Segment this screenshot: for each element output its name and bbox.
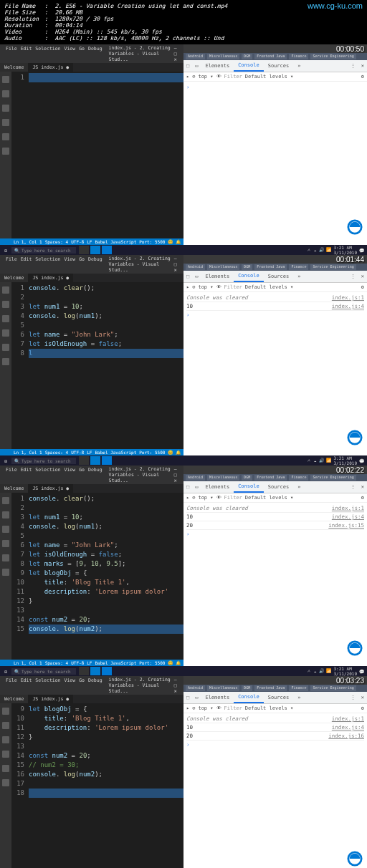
system-tray[interactable]: ㅅ ☁ 🔊 📶3:21 AM3/11/2019💬 bbox=[304, 455, 367, 466]
source-link[interactable]: index.js:1 bbox=[332, 715, 364, 722]
window-controls[interactable]: — □ ✕ bbox=[174, 466, 181, 483]
activity-icon[interactable] bbox=[2, 301, 9, 309]
tab-elements[interactable]: Elements bbox=[201, 693, 234, 703]
tab-welcome[interactable]: Welcome bbox=[0, 484, 28, 493]
code-line[interactable]: 14const num2 = 20; bbox=[11, 751, 184, 761]
task-icon[interactable] bbox=[102, 456, 112, 465]
code-line[interactable]: 11 description: 'Lorem ipsum dolor' bbox=[11, 587, 184, 597]
menu-selection[interactable]: Selection bbox=[35, 46, 60, 52]
levels-selector[interactable]: Default levels ▾ bbox=[245, 284, 293, 290]
gear-icon[interactable]: ⚙ bbox=[361, 74, 364, 79]
console-prompt[interactable]: › bbox=[186, 531, 190, 537]
code-line[interactable]: 1console. clear(); bbox=[11, 494, 184, 503]
context-selector[interactable]: top ▾ bbox=[198, 495, 213, 501]
sidebar-toggle-icon[interactable]: ▸ bbox=[186, 74, 189, 79]
code-line[interactable]: 7let isOldEnough = false; bbox=[11, 550, 184, 559]
tab-elements[interactable]: Elements bbox=[201, 271, 234, 281]
code-line[interactable]: 6let name = "John Lark"; bbox=[11, 330, 184, 339]
menu-edit[interactable]: Edit bbox=[21, 256, 32, 262]
activity-icon[interactable] bbox=[2, 722, 9, 730]
source-link[interactable]: index.js:4 bbox=[332, 513, 364, 520]
gear-icon[interactable]: ⚙ bbox=[361, 705, 364, 711]
activity-icon[interactable] bbox=[2, 540, 9, 549]
code-line[interactable]: 18 bbox=[11, 789, 184, 798]
bookmark[interactable]: DGM bbox=[242, 475, 252, 481]
code-line[interactable]: 13 bbox=[11, 606, 184, 615]
tab-console[interactable]: Console bbox=[234, 481, 264, 493]
tab-indexjs[interactable]: JS index.js ● bbox=[28, 63, 73, 72]
gear-icon[interactable]: ⚙ bbox=[361, 284, 364, 290]
tabs-more[interactable]: » bbox=[293, 271, 305, 281]
tab-welcome[interactable]: Welcome bbox=[0, 695, 28, 703]
tab-sources[interactable]: Sources bbox=[264, 693, 294, 703]
task-icon[interactable] bbox=[79, 667, 89, 675]
close-icon[interactable]: ✕ bbox=[358, 271, 367, 281]
menu-file[interactable]: File bbox=[6, 467, 17, 473]
console-output[interactable]: › bbox=[184, 82, 367, 245]
activity-icon[interactable] bbox=[2, 119, 9, 127]
activity-icon[interactable] bbox=[2, 765, 9, 773]
start-button[interactable]: ⊞ bbox=[0, 248, 11, 253]
tab-sources[interactable]: Sources bbox=[264, 61, 294, 71]
devtools-menu-icon[interactable]: ⋮ bbox=[348, 693, 358, 703]
menu-view[interactable]: View bbox=[65, 46, 76, 52]
code-line[interactable]: 1 bbox=[11, 73, 184, 82]
code-editor[interactable]: 1console. clear();23let num1 = 10;4conso… bbox=[11, 493, 184, 660]
tabs-more[interactable]: » bbox=[293, 693, 305, 703]
context-selector[interactable]: top ▾ bbox=[198, 284, 213, 290]
activity-icon[interactable] bbox=[2, 358, 9, 367]
window-controls[interactable]: — □ ✕ bbox=[174, 677, 181, 694]
window-controls[interactable]: — □ ✕ bbox=[174, 45, 181, 62]
start-button[interactable]: ⊞ bbox=[0, 669, 11, 674]
code-line[interactable]: 12} bbox=[11, 597, 184, 606]
bookmark[interactable]: DGM bbox=[242, 264, 252, 270]
tab-elements[interactable]: Elements bbox=[201, 482, 234, 492]
window-controls[interactable]: — □ ✕ bbox=[174, 256, 181, 273]
bookmark[interactable]: Miscellaneous bbox=[207, 685, 239, 691]
code-line[interactable]: 15// num2 = 30; bbox=[11, 761, 184, 770]
menu-go[interactable]: Go bbox=[79, 467, 85, 473]
activity-icon[interactable] bbox=[2, 497, 9, 506]
inspect-icon[interactable]: ⬚ bbox=[184, 271, 192, 281]
menu-debug[interactable]: Debug bbox=[88, 677, 103, 683]
tab-console[interactable]: Console bbox=[234, 60, 264, 72]
source-link[interactable]: index.js:4 bbox=[332, 724, 364, 730]
bookmark[interactable]: Finance bbox=[289, 685, 308, 691]
code-line[interactable]: 12} bbox=[11, 733, 184, 742]
levels-selector[interactable]: Default levels ▾ bbox=[245, 495, 293, 501]
activity-icon[interactable] bbox=[2, 286, 9, 295]
task-icon[interactable] bbox=[102, 667, 112, 675]
menu-debug[interactable]: Debug bbox=[88, 256, 103, 262]
bookmark[interactable]: Finance bbox=[289, 264, 308, 270]
tab-indexjs[interactable]: JS index.js ● bbox=[28, 274, 73, 282]
bookmark[interactable]: DGM bbox=[242, 54, 252, 59]
activity-icon[interactable] bbox=[2, 329, 9, 338]
code-line[interactable]: 11 description: 'Lorem ipsum dolor' bbox=[11, 723, 184, 733]
device-icon[interactable]: ▭ bbox=[192, 693, 201, 703]
source-link[interactable]: index.js:15 bbox=[328, 522, 364, 529]
devtools-menu-icon[interactable]: ⋮ bbox=[348, 482, 358, 492]
tab-console[interactable]: Console bbox=[234, 271, 264, 282]
activity-icon[interactable] bbox=[2, 105, 9, 113]
code-line[interactable]: 4console. log(num1); bbox=[11, 312, 184, 321]
code-line[interactable]: 10 title: 'Blog Title 1', bbox=[11, 578, 184, 587]
task-icon[interactable] bbox=[90, 456, 100, 465]
bookmark[interactable]: Finance bbox=[289, 475, 308, 481]
console-prompt[interactable]: › bbox=[186, 741, 190, 748]
tabs-more[interactable]: » bbox=[293, 482, 305, 492]
system-tray[interactable]: ㅅ ☁ 🔊 📶3:21 AM3/11/2019💬 bbox=[304, 666, 367, 676]
task-icon[interactable] bbox=[79, 246, 89, 254]
code-line[interactable]: 8let marks = [9, 10, 9.5]; bbox=[11, 559, 184, 569]
search-input[interactable]: 🔍Type here to search bbox=[11, 458, 76, 464]
menu-view[interactable]: View bbox=[65, 256, 76, 262]
close-icon[interactable]: ✕ bbox=[358, 61, 367, 71]
menu-debug[interactable]: Debug bbox=[88, 46, 103, 52]
activity-icon[interactable] bbox=[2, 708, 9, 716]
console-output[interactable]: Console was clearedindex.js:110index.js:… bbox=[184, 713, 367, 868]
code-line[interactable]: 6let name = "John Lark"; bbox=[11, 541, 184, 550]
devtools-menu-icon[interactable]: ⋮ bbox=[348, 61, 358, 71]
console-output[interactable]: Console was clearedindex.js:110index.js:… bbox=[184, 292, 367, 455]
search-input[interactable]: 🔍Type here to search bbox=[11, 668, 76, 675]
context-selector[interactable]: top ▾ bbox=[198, 705, 213, 711]
code-line[interactable]: 9let blogObj = { bbox=[11, 569, 184, 578]
